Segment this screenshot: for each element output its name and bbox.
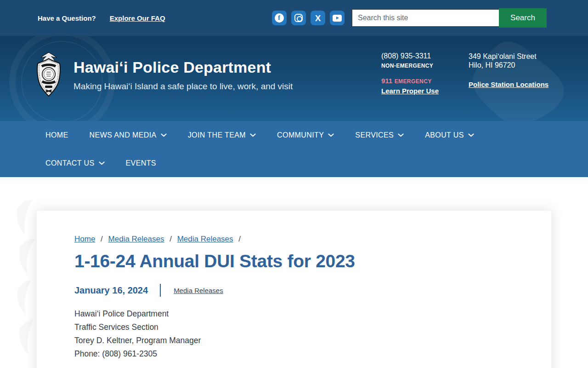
- nav-label: CONTACT US: [45, 159, 95, 167]
- nav-label: ABOUT US: [425, 131, 464, 139]
- breadcrumb: Home / Media Releases / Media Releases /: [74, 235, 551, 244]
- emergency-number: 911: [381, 77, 392, 85]
- chevron-down-icon: [328, 133, 334, 137]
- main-navigation: HOME NEWS AND MEDIA JOIN THE TEAM COMMUN…: [0, 121, 588, 177]
- page-title: 1-16-24 Annual DUI Stats for 2023: [74, 251, 551, 271]
- page-background: Home / Media Releases / Media Releases /…: [0, 177, 588, 368]
- body-line-section: Traffic Services Section: [74, 321, 551, 334]
- site-search-form: Search: [352, 8, 547, 28]
- site-header: Hawaiʻi Police Department Making Hawaiʻi…: [0, 36, 588, 121]
- nav-label: SERVICES: [355, 131, 394, 139]
- explore-faq-link[interactable]: Explore Our FAQ: [110, 14, 165, 22]
- breadcrumb-home-link[interactable]: Home: [74, 235, 95, 243]
- chevron-down-icon: [161, 133, 167, 137]
- post-meta-row: January 16, 2024 Media Releases: [74, 284, 551, 297]
- youtube-icon: [333, 15, 342, 22]
- breadcrumb-separator: /: [170, 235, 172, 243]
- learn-proper-use-link[interactable]: Learn Proper Use: [381, 87, 439, 95]
- body-line-manager: Torey D. Keltner, Program Manager: [74, 334, 551, 347]
- nav-item-home[interactable]: HOME: [45, 131, 68, 139]
- nav-label: JOIN THE TEAM: [188, 131, 246, 139]
- nav-item-community[interactable]: COMMUNITY: [277, 131, 334, 139]
- nav-item-services[interactable]: SERVICES: [355, 131, 404, 139]
- emergency-label: EMERGENCY: [395, 78, 432, 85]
- police-station-locations-link[interactable]: Police Station Locations: [469, 80, 548, 88]
- content-card: Home / Media Releases / Media Releases /…: [37, 211, 551, 368]
- non-emergency-phone: (808) 935-3311: [381, 52, 439, 60]
- facebook-link[interactable]: [272, 11, 287, 25]
- non-emergency-label: NON-EMERGENCY: [381, 63, 439, 69]
- instagram-link[interactable]: [291, 11, 306, 25]
- chevron-down-icon: [250, 133, 256, 137]
- body-line-department: Hawaiʻi Police Department: [74, 307, 551, 321]
- nav-item-join-the-team[interactable]: JOIN THE TEAM: [188, 131, 256, 139]
- nav-item-contact-us[interactable]: CONTACT US: [45, 159, 105, 167]
- chevron-down-icon: [99, 161, 105, 165]
- chevron-down-icon: [398, 133, 404, 137]
- post-date: January 16, 2024: [74, 285, 148, 296]
- nav-label: HOME: [45, 131, 68, 139]
- emergency-row: 911 EMERGENCY: [381, 77, 439, 85]
- search-input[interactable]: [352, 9, 499, 27]
- nav-label: COMMUNITY: [277, 131, 324, 139]
- nav-row-2: CONTACT US EVENTS: [45, 149, 588, 177]
- site-identity: Hawaiʻi Police Department Making Hawaiʻi…: [74, 58, 293, 92]
- nav-item-news-and-media[interactable]: NEWS AND MEDIA: [90, 131, 167, 139]
- have-a-question-text: Have a Question?: [38, 14, 96, 22]
- instagram-icon: [294, 14, 303, 22]
- category-media-releases-link[interactable]: Media Releases: [174, 287, 223, 294]
- breadcrumb-media-releases-link[interactable]: Media Releases: [108, 235, 164, 243]
- phone-info-column: (808) 935-3311 NON-EMERGENCY 911 EMERGEN…: [381, 52, 439, 95]
- post-body: Hawaiʻi Police Department Traffic Servic…: [74, 307, 551, 361]
- address-info-column: 349 Kapiʻolani Street Hilo, HI 96720 Pol…: [469, 52, 548, 89]
- social-links: X: [272, 11, 345, 25]
- body-line-phone: Phone: (808) 961-2305: [74, 347, 551, 361]
- topbar-right-group: X Search: [272, 8, 547, 28]
- nav-item-events[interactable]: EVENTS: [126, 159, 156, 167]
- nav-label: NEWS AND MEDIA: [90, 131, 157, 139]
- faq-prompt-group: Have a Question? Explore Our FAQ: [38, 14, 165, 22]
- x-twitter-link[interactable]: X: [311, 11, 325, 25]
- meta-divider: [160, 284, 161, 297]
- site-tagline: Making Hawaiʻi Island a safe place to li…: [74, 81, 293, 92]
- address-street: 349 Kapiʻolani Street: [469, 52, 548, 61]
- search-button[interactable]: Search: [499, 8, 547, 28]
- facebook-icon: [275, 13, 284, 23]
- x-twitter-icon: X: [315, 14, 321, 23]
- breadcrumb-media-releases-link-2[interactable]: Media Releases: [177, 235, 233, 243]
- top-utility-bar: Have a Question? Explore Our FAQ X Searc…: [0, 0, 588, 36]
- chevron-down-icon: [468, 133, 474, 137]
- youtube-link[interactable]: [330, 11, 345, 25]
- nav-item-about-us[interactable]: ABOUT US: [425, 131, 474, 139]
- breadcrumb-separator: /: [238, 235, 241, 243]
- site-title: Hawaiʻi Police Department: [74, 58, 293, 76]
- nav-row-1: HOME NEWS AND MEDIA JOIN THE TEAM COMMUN…: [45, 121, 588, 149]
- address-city: Hilo, HI 96720: [469, 61, 548, 69]
- police-badge-logo: [34, 51, 63, 98]
- nav-label: EVENTS: [126, 159, 156, 167]
- breadcrumb-separator: /: [101, 235, 103, 243]
